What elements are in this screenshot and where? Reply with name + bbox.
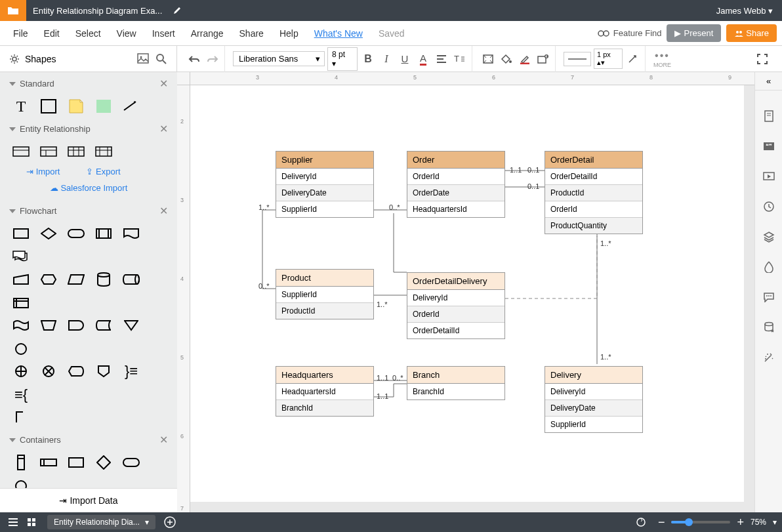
panel-flowchart[interactable]: Flowchart✕ xyxy=(0,199,177,222)
pencil-icon[interactable] xyxy=(173,6,182,15)
fc-manual-input[interactable] xyxy=(12,272,30,287)
fullscreen-button[interactable] xyxy=(754,51,770,67)
fc-or[interactable] xyxy=(12,364,30,379)
fc-hexagon[interactable] xyxy=(39,272,58,287)
close-icon[interactable]: ✕ xyxy=(159,77,168,90)
bold-button[interactable]: B xyxy=(360,51,376,67)
page-tab[interactable]: Entity Relationship Dia... ▾ xyxy=(47,515,155,529)
fc-brace-l[interactable]: ≡{ xyxy=(12,388,30,402)
add-page-button[interactable] xyxy=(162,514,178,530)
font-size-select[interactable]: 8 pt ▾ xyxy=(327,47,358,71)
zoom-out[interactable]: − xyxy=(658,516,665,529)
fc-connector[interactable] xyxy=(12,342,30,356)
share-button[interactable]: Share xyxy=(726,24,777,42)
import-link[interactable]: ⇥ Import xyxy=(26,167,60,176)
fc-tape[interactable] xyxy=(12,318,30,333)
sync-icon[interactable] xyxy=(633,514,649,530)
line-width-select[interactable]: 1 px ▴▾ xyxy=(594,49,623,69)
menu-select[interactable]: Select xyxy=(68,28,109,39)
user-menu[interactable]: James Webb ▾ xyxy=(707,6,782,16)
close-icon[interactable]: ✕ xyxy=(159,123,168,135)
panel-er[interactable]: Entity Relationship✕ xyxy=(0,117,177,140)
menu-help[interactable]: Help xyxy=(272,28,306,39)
menu-arrange[interactable]: Arrange xyxy=(183,28,232,39)
export-link[interactable]: ⇪ Export xyxy=(86,167,120,176)
er-shape-1[interactable] xyxy=(12,144,30,159)
search-icon[interactable] xyxy=(155,53,167,65)
fc-merge[interactable] xyxy=(122,318,140,333)
zoom-in[interactable]: + xyxy=(737,516,744,529)
fc-manual-op[interactable] xyxy=(39,318,58,333)
menu-file[interactable]: File xyxy=(5,28,36,39)
cont-diamond[interactable] xyxy=(94,455,113,470)
panel-standard[interactable]: Standard✕ xyxy=(0,72,177,95)
dock-layers-icon[interactable] xyxy=(762,230,776,244)
table-orderdetail[interactable]: OrderDetail OrderDetailId ProductId Orde… xyxy=(545,151,643,234)
text-color-button[interactable]: A xyxy=(415,51,431,67)
shape-rect[interactable] xyxy=(39,99,58,113)
present-button[interactable]: ▶ Present xyxy=(667,24,721,42)
collapse-dock[interactable]: « xyxy=(755,77,782,91)
er-shape-3[interactable] xyxy=(67,144,85,159)
table-product[interactable]: Product SupplierId ProductId xyxy=(276,269,374,319)
fc-delay[interactable] xyxy=(67,318,85,333)
shape-note[interactable] xyxy=(67,99,85,113)
undo-button[interactable] xyxy=(186,51,202,67)
fc-display[interactable] xyxy=(67,364,85,379)
zoom-level[interactable]: 75% xyxy=(751,518,766,527)
zoom-slider[interactable] xyxy=(671,521,730,523)
table-order[interactable]: Order OrderId OrderDate HeadquartersId xyxy=(407,151,505,218)
fc-internal[interactable] xyxy=(12,296,30,310)
table-headquarters[interactable]: Headquarters HeadquartersId BranchId xyxy=(276,366,374,417)
fc-database[interactable] xyxy=(94,272,113,287)
table-delivery[interactable]: Delivery DeliveryId DeliveryDate Supplie… xyxy=(545,366,643,433)
more-button[interactable]: ••• xyxy=(653,50,671,62)
fc-predef[interactable] xyxy=(94,226,113,241)
salesforce-import[interactable]: ☁ Salesforce Import xyxy=(0,180,177,199)
dock-present-icon[interactable] xyxy=(762,169,776,184)
fc-brace-r[interactable]: }≡ xyxy=(122,364,140,379)
dock-wand-icon[interactable] xyxy=(762,350,776,365)
table-branch[interactable]: Branch BranchId xyxy=(407,366,505,400)
shape-layout-button[interactable] xyxy=(480,51,496,67)
line-options-button[interactable] xyxy=(625,51,641,67)
close-icon[interactable]: ✕ xyxy=(159,205,168,217)
fc-sum[interactable] xyxy=(39,364,58,379)
grid-view-icon[interactable] xyxy=(24,514,39,530)
cont-lane-v[interactable] xyxy=(12,455,30,470)
line-style-select[interactable] xyxy=(564,52,591,66)
italic-button[interactable]: I xyxy=(379,51,394,67)
er-shape-4[interactable] xyxy=(94,144,113,159)
fc-diamond[interactable] xyxy=(39,226,58,241)
import-data-button[interactable]: ⇥ Import Data xyxy=(0,488,177,512)
document-title[interactable]: Entity Relationship Diagram Exa... xyxy=(26,6,169,16)
dock-comment-icon[interactable]: ❝❞ xyxy=(762,139,776,153)
text-options-button[interactable]: T xyxy=(452,51,468,67)
list-view-icon[interactable] xyxy=(5,514,21,530)
font-select[interactable]: Liberation Sans▾ xyxy=(233,51,325,66)
border-color-button[interactable] xyxy=(517,51,533,67)
table-supplier[interactable]: Supplier DeliveryId DeliveryDate Supplie… xyxy=(276,151,374,218)
close-icon[interactable]: ✕ xyxy=(159,434,168,446)
panel-containers[interactable]: Containers✕ xyxy=(0,428,177,451)
dock-chat-icon[interactable] xyxy=(762,290,776,304)
folder-icon[interactable] xyxy=(0,0,26,21)
cont-rect[interactable] xyxy=(67,455,85,470)
cont-lane-h[interactable] xyxy=(39,455,58,470)
fc-stored[interactable] xyxy=(94,318,113,333)
canvas-area[interactable]: 3 4 5 6 7 8 9 2 3 4 5 6 7 xyxy=(177,72,754,512)
menu-whats-new[interactable]: What's New xyxy=(306,28,371,39)
shape-arrow[interactable] xyxy=(122,99,140,113)
shape-options-button[interactable] xyxy=(535,51,551,67)
fc-rect[interactable] xyxy=(12,226,30,241)
fc-terminator[interactable] xyxy=(67,226,85,241)
underline-button[interactable]: U xyxy=(397,51,413,67)
canvas[interactable]: Supplier DeliveryId DeliveryDate Supplie… xyxy=(190,85,744,502)
gear-icon[interactable] xyxy=(9,54,20,64)
menu-edit[interactable]: Edit xyxy=(36,28,68,39)
dock-drop-icon[interactable] xyxy=(762,260,776,274)
fc-offpage[interactable] xyxy=(94,364,113,379)
table-orderdetaildelivery[interactable]: OrderDetailDelivery DeliveryId OrderId O… xyxy=(407,272,505,339)
align-button[interactable] xyxy=(434,51,449,67)
shape-block[interactable] xyxy=(94,99,113,113)
